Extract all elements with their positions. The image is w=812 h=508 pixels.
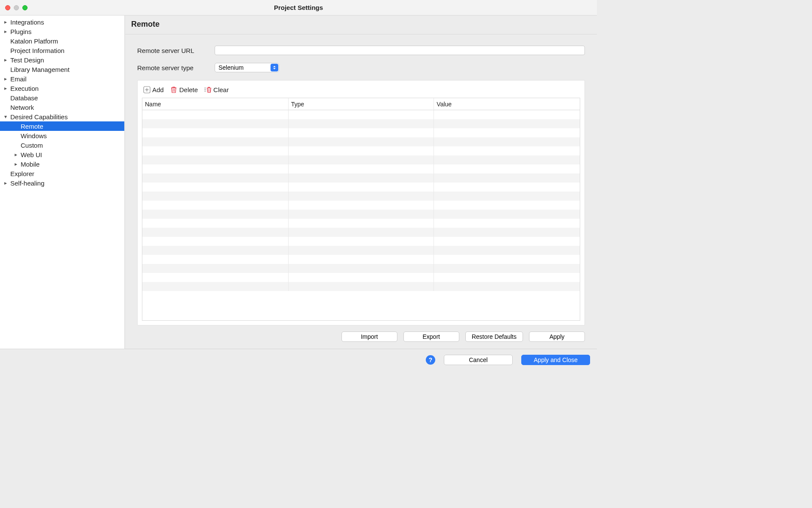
add-button[interactable]: Add xyxy=(143,86,164,93)
tree-item-project-information[interactable]: ▸Project Information xyxy=(0,46,124,55)
delete-button[interactable]: Delete xyxy=(170,86,198,93)
table-row[interactable] xyxy=(142,137,580,146)
table-row[interactable] xyxy=(142,219,580,228)
main-panel: Remote Remote server URL Remote server t… xyxy=(125,15,597,349)
remote-type-select-wrap: Selenium xyxy=(215,63,279,72)
table-cell xyxy=(142,173,289,183)
tree-item-execution[interactable]: ▸Execution xyxy=(0,84,124,93)
table-row[interactable] xyxy=(142,146,580,155)
secondary-actions: Import Export Restore Defaults Apply xyxy=(137,325,585,344)
table-cell xyxy=(289,228,434,237)
table-row[interactable] xyxy=(142,192,580,201)
restore-defaults-button[interactable]: Restore Defaults xyxy=(465,331,523,342)
table-row[interactable] xyxy=(142,183,580,192)
table-row[interactable] xyxy=(142,110,580,119)
close-window-button[interactable] xyxy=(5,5,10,10)
tree-item-test-design[interactable]: ▸Test Design xyxy=(0,55,124,65)
chevron-right-icon[interactable]: ▸ xyxy=(2,180,9,186)
table-cell xyxy=(289,137,434,146)
settings-tree[interactable]: ▸Integrations▸Plugins▸Katalon Platform▸P… xyxy=(0,15,125,349)
tree-item-label: Mobile xyxy=(20,161,40,168)
tree-item-integrations[interactable]: ▸Integrations xyxy=(0,17,124,27)
table-cell xyxy=(289,128,434,137)
table-cell xyxy=(142,146,289,155)
column-header-name[interactable]: Name xyxy=(142,98,289,110)
tree-item-label: Plugins xyxy=(9,28,31,35)
tree-item-remote[interactable]: ▸Remote xyxy=(0,121,124,131)
apply-button[interactable]: Apply xyxy=(529,331,585,342)
tree-item-label: Remote xyxy=(20,123,43,130)
tree-item-self-healing[interactable]: ▸Self-healing xyxy=(0,178,124,188)
apply-and-close-button[interactable]: Apply and Close xyxy=(521,355,590,365)
tree-item-custom[interactable]: ▸Custom xyxy=(0,140,124,150)
table-cell xyxy=(434,255,580,264)
tree-item-desired-capabilities[interactable]: ▾Desired Capabilities xyxy=(0,112,124,121)
help-icon[interactable]: ? xyxy=(426,355,435,365)
tree-item-label: Test Design xyxy=(9,56,44,64)
chevron-right-icon[interactable]: ▸ xyxy=(2,57,9,63)
chevron-right-icon[interactable]: ▸ xyxy=(2,76,9,82)
tree-item-label: Integrations xyxy=(9,19,44,26)
table-cell xyxy=(142,228,289,237)
import-button[interactable]: Import xyxy=(341,331,397,342)
clear-button[interactable]: Clear xyxy=(204,86,229,93)
table-cell xyxy=(289,146,434,155)
table-row[interactable] xyxy=(142,237,580,246)
table-row[interactable] xyxy=(142,210,580,219)
table-header: Name Type Value xyxy=(142,98,580,110)
tree-item-label: Execution xyxy=(9,85,39,92)
table-row[interactable] xyxy=(142,273,580,282)
remote-type-row: Remote server type Selenium xyxy=(137,63,585,72)
table-row[interactable] xyxy=(142,264,580,273)
capabilities-panel: Add Delete xyxy=(137,80,585,325)
table-cell xyxy=(289,183,434,192)
table-cell xyxy=(289,173,434,183)
add-icon xyxy=(143,86,151,93)
table-row[interactable] xyxy=(142,164,580,173)
table-row[interactable] xyxy=(142,255,580,264)
table-cell xyxy=(289,119,434,128)
table-cell xyxy=(434,183,580,192)
tree-item-plugins[interactable]: ▸Plugins xyxy=(0,27,124,36)
table-row[interactable] xyxy=(142,228,580,237)
table-row[interactable] xyxy=(142,119,580,128)
zoom-window-button[interactable] xyxy=(22,5,28,10)
tree-item-email[interactable]: ▸Email xyxy=(0,74,124,84)
tree-item-database[interactable]: ▸Database xyxy=(0,93,124,102)
chevron-right-icon[interactable]: ▸ xyxy=(12,161,20,167)
page-title: Remote xyxy=(131,20,591,29)
table-row[interactable] xyxy=(142,128,580,137)
table-row[interactable] xyxy=(142,155,580,164)
table-cell xyxy=(434,219,580,228)
table-row[interactable] xyxy=(142,282,580,291)
export-button[interactable]: Export xyxy=(403,331,459,342)
clear-icon xyxy=(204,86,212,93)
table-row[interactable] xyxy=(142,246,580,255)
dialog-footer: ? Cancel Apply and Close xyxy=(0,349,597,370)
tree-item-label: Email xyxy=(9,75,27,83)
tree-item-network[interactable]: ▸Network xyxy=(0,102,124,112)
table-row[interactable] xyxy=(142,201,580,210)
table-cell xyxy=(142,210,289,219)
tree-item-katalon-platform[interactable]: ▸Katalon Platform xyxy=(0,36,124,46)
cancel-button[interactable]: Cancel xyxy=(444,355,513,365)
chevron-right-icon[interactable]: ▸ xyxy=(2,19,9,25)
remote-type-select[interactable]: Selenium xyxy=(215,63,279,72)
chevron-right-icon[interactable]: ▸ xyxy=(2,85,9,91)
chevron-right-icon[interactable]: ▸ xyxy=(12,152,20,158)
tree-item-label: Katalon Platform xyxy=(9,37,58,45)
chevron-right-icon[interactable]: ▸ xyxy=(2,28,9,34)
column-header-type[interactable]: Type xyxy=(289,98,434,110)
tree-item-library-management[interactable]: ▸Library Management xyxy=(0,65,124,74)
tree-item-explorer[interactable]: ▸Explorer xyxy=(0,169,124,178)
column-header-value[interactable]: Value xyxy=(434,98,580,110)
chevron-down-icon[interactable]: ▾ xyxy=(2,114,9,120)
tree-item-web-ui[interactable]: ▸Web UI xyxy=(0,150,124,159)
remote-url-input[interactable] xyxy=(215,46,585,55)
tree-item-mobile[interactable]: ▸Mobile xyxy=(0,159,124,169)
tree-item-windows[interactable]: ▸Windows xyxy=(0,131,124,140)
table-cell xyxy=(434,173,580,183)
capabilities-table[interactable]: Name Type Value xyxy=(142,98,580,321)
content-area: ▸Integrations▸Plugins▸Katalon Platform▸P… xyxy=(0,15,597,349)
table-row[interactable] xyxy=(142,173,580,183)
